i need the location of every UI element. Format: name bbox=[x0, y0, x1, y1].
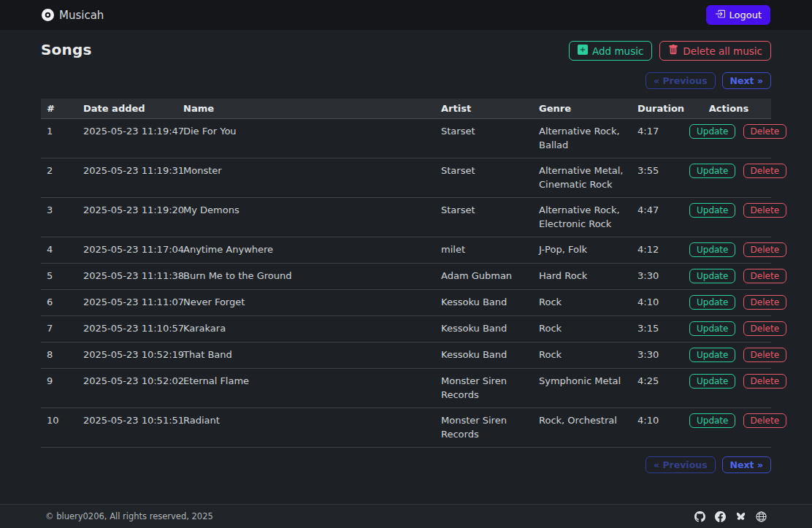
chevrons-right-icon: » bbox=[757, 459, 763, 470]
brand-label: Musicah bbox=[59, 9, 104, 22]
facebook-icon[interactable] bbox=[715, 511, 726, 522]
song-artist: Kessoku Band bbox=[435, 290, 533, 316]
song-genre: Rock bbox=[533, 290, 632, 316]
col-header-genre: Genre bbox=[533, 99, 632, 119]
song-number: 2 bbox=[41, 158, 77, 198]
song-genre: Rock, Orchestral bbox=[533, 408, 632, 448]
table-header-row: # Date added Name Artist Genre Duration … bbox=[41, 99, 771, 119]
song-number: 1 bbox=[41, 119, 77, 158]
song-artist: milet bbox=[435, 237, 533, 264]
update-button[interactable]: Update bbox=[689, 242, 735, 257]
song-duration: 3:30 bbox=[632, 343, 686, 369]
page-title: Songs bbox=[41, 41, 92, 58]
song-date: 2025-05-23 11:11:38 bbox=[77, 264, 177, 290]
song-duration: 4:25 bbox=[632, 369, 686, 408]
song-artist: Monster Siren Records bbox=[435, 408, 533, 448]
song-date: 2025-05-23 10:52:19 bbox=[77, 343, 177, 369]
next-label: Next bbox=[730, 75, 754, 86]
song-number: 5 bbox=[41, 264, 77, 290]
table-row: 1 2025-05-23 11:19:47 Die For You Starse… bbox=[41, 119, 771, 158]
previous-page-button[interactable]: « Previous bbox=[646, 456, 716, 473]
col-header-duration: Duration bbox=[632, 99, 686, 119]
delete-button[interactable]: Delete bbox=[743, 295, 786, 310]
chevrons-right-icon: » bbox=[757, 75, 763, 86]
previous-label: Previous bbox=[662, 459, 707, 470]
plus-square-icon bbox=[578, 45, 588, 57]
song-duration: 3:55 bbox=[632, 158, 686, 198]
delete-button[interactable]: Delete bbox=[743, 203, 786, 218]
delete-button[interactable]: Delete bbox=[743, 164, 786, 178]
song-duration: 3:30 bbox=[632, 264, 686, 290]
logout-label: Logout bbox=[729, 9, 762, 20]
update-button[interactable]: Update bbox=[689, 295, 735, 310]
logout-button[interactable]: Logout bbox=[706, 5, 770, 25]
table-row: 7 2025-05-23 11:10:57 Karakara Kessoku B… bbox=[41, 316, 771, 343]
disc-logo-icon bbox=[42, 9, 54, 21]
previous-label: Previous bbox=[662, 75, 707, 86]
trash-icon bbox=[668, 45, 678, 57]
song-artist: Kessoku Band bbox=[435, 343, 533, 369]
song-genre: Hard Rock bbox=[533, 264, 632, 290]
song-date: 2025-05-23 10:51:51 bbox=[77, 408, 177, 448]
next-page-button[interactable]: Next » bbox=[722, 72, 771, 89]
song-number: 8 bbox=[41, 343, 77, 369]
song-duration: 4:12 bbox=[632, 237, 686, 264]
song-number: 10 bbox=[41, 408, 77, 448]
globe-icon[interactable] bbox=[756, 511, 767, 522]
song-number: 9 bbox=[41, 369, 77, 408]
brand[interactable]: Musicah bbox=[42, 9, 104, 22]
song-date: 2025-05-23 11:19:31 bbox=[77, 158, 177, 198]
update-button[interactable]: Update bbox=[689, 321, 735, 336]
footer-social-links bbox=[694, 511, 767, 522]
update-button[interactable]: Update bbox=[689, 124, 735, 139]
col-header-actions: Actions bbox=[686, 99, 771, 119]
song-name: That Band bbox=[177, 343, 435, 369]
song-name: Eternal Flame bbox=[177, 369, 435, 408]
songs-table: # Date added Name Artist Genre Duration … bbox=[41, 99, 771, 448]
footer: © bluery0206, All rights reserved, 2025 bbox=[0, 504, 812, 528]
song-duration: 4:10 bbox=[632, 290, 686, 316]
pagination-top: « Previous Next » bbox=[41, 72, 771, 89]
update-button[interactable]: Update bbox=[689, 203, 735, 218]
song-name: My Demons bbox=[177, 198, 435, 237]
song-artist: Starset bbox=[435, 158, 533, 198]
add-music-button[interactable]: Add music bbox=[569, 41, 652, 61]
delete-button[interactable]: Delete bbox=[743, 242, 786, 257]
song-artist: Starset bbox=[435, 198, 533, 237]
next-page-button[interactable]: Next » bbox=[722, 456, 771, 473]
delete-button[interactable]: Delete bbox=[743, 321, 786, 336]
update-button[interactable]: Update bbox=[689, 164, 735, 178]
update-button[interactable]: Update bbox=[689, 413, 735, 428]
update-button[interactable]: Update bbox=[689, 348, 735, 362]
song-name: Radiant bbox=[177, 408, 435, 448]
delete-button[interactable]: Delete bbox=[743, 413, 786, 428]
delete-button[interactable]: Delete bbox=[743, 374, 786, 389]
song-name: Die For You bbox=[177, 119, 435, 158]
delete-all-music-label: Delete all music bbox=[683, 45, 762, 57]
delete-button[interactable]: Delete bbox=[743, 124, 786, 139]
github-icon[interactable] bbox=[694, 511, 705, 522]
update-button[interactable]: Update bbox=[689, 374, 735, 389]
table-row: 5 2025-05-23 11:11:38 Burn Me to the Gro… bbox=[41, 264, 771, 290]
song-artist: Kessoku Band bbox=[435, 316, 533, 343]
song-duration: 4:10 bbox=[632, 408, 686, 448]
delete-button[interactable]: Delete bbox=[743, 269, 786, 283]
song-name: Anytime Anywhere bbox=[177, 237, 435, 264]
song-date: 2025-05-23 11:17:04 bbox=[77, 237, 177, 264]
song-genre: J-Pop, Folk bbox=[533, 237, 632, 264]
song-name: Monster bbox=[177, 158, 435, 198]
song-genre: Alternative Rock, Electronic Rock bbox=[533, 198, 632, 237]
toolbar: Add music Delete all music bbox=[569, 41, 771, 61]
table-row: 4 2025-05-23 11:17:04 Anytime Anywhere m… bbox=[41, 237, 771, 264]
update-button[interactable]: Update bbox=[689, 269, 735, 283]
table-row: 10 2025-05-23 10:51:51 Radiant Monster S… bbox=[41, 408, 771, 448]
song-date: 2025-05-23 11:19:47 bbox=[77, 119, 177, 158]
delete-button[interactable]: Delete bbox=[743, 348, 786, 362]
song-artist: Monster Siren Records bbox=[435, 369, 533, 408]
delete-all-music-button[interactable]: Delete all music bbox=[659, 41, 771, 61]
song-name: Burn Me to the Ground bbox=[177, 264, 435, 290]
bluesky-icon[interactable] bbox=[735, 511, 746, 522]
navbar: Musicah Logout bbox=[0, 0, 812, 30]
table-row: 3 2025-05-23 11:19:20 My Demons Starset … bbox=[41, 198, 771, 237]
previous-page-button[interactable]: « Previous bbox=[646, 72, 716, 89]
